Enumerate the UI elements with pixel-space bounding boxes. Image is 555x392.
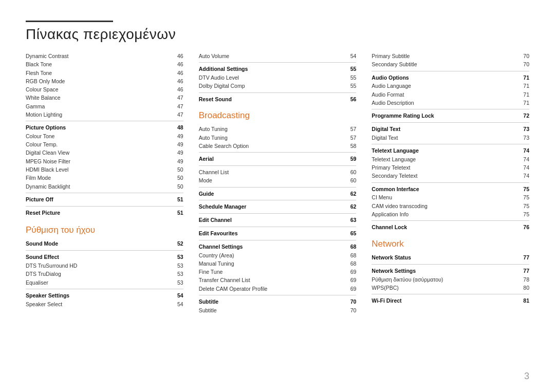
toc-label: Manual Tuning (199, 259, 344, 268)
toc-label: Audio Language (372, 82, 517, 90)
toc-entry: Motion Lighting47 (26, 110, 183, 119)
toc-divider (372, 264, 529, 265)
toc-label: Channel Lock (372, 223, 407, 232)
toc-entry: CI Menu75 (372, 193, 529, 201)
toc-label: Edit Channel (199, 216, 232, 225)
toc-page-num: 70 (344, 306, 356, 314)
toc-divider (372, 109, 529, 109)
toc-divider (372, 71, 529, 71)
page-number: 3 (524, 371, 529, 382)
toc-entry: HDMI Black Level50 (26, 165, 183, 174)
toc-label: Speaker Settings (26, 291, 69, 300)
toc-entry: Gamma47 (26, 102, 183, 110)
col2-entries: Auto Tuning57Auto Tuning57Cable Search O… (199, 125, 357, 314)
toc-entry: Equaliser53 (26, 278, 183, 287)
toc-entry: MPEG Noise Filter49 (26, 157, 183, 165)
toc-label: Network Status (372, 253, 411, 262)
toc-group-heading: Edit Channel63 (199, 216, 357, 225)
toc-label: Additional Settings (199, 65, 248, 73)
col1-section2-entries: Sound Mode52Sound Effect53DTS TruSurroun… (26, 239, 183, 308)
toc-entry: Film Mode50 (26, 174, 183, 182)
toc-label: Aerial (199, 155, 214, 163)
toc-page-num: 53 (171, 270, 183, 278)
toc-divider (372, 182, 529, 183)
toc-group-heading: Speaker Settings54 (26, 291, 183, 300)
toc-page-num: 53 (171, 253, 183, 262)
toc-entry: Channel List60 (199, 168, 357, 176)
toc-page-num: 57 (344, 134, 356, 142)
toc-group-heading: Common Interface75 (372, 185, 529, 194)
toc-label: Gamma (26, 102, 171, 110)
toc-page-num: 81 (517, 296, 529, 305)
toc-page-num: 47 (171, 102, 183, 110)
toc-entry: Black Tone46 (26, 60, 183, 68)
toc-page-num: 51 (171, 195, 183, 204)
toc-label: Delete CAM Operator Profile (199, 285, 344, 293)
toc-label: Digital Clean View (26, 148, 171, 157)
toc-page-num: 70 (517, 52, 529, 60)
toc-page-num: 75 (517, 210, 529, 218)
toc-page-num: 49 (171, 140, 183, 148)
title-block: Πίνακας περιεχομένων (26, 21, 529, 43)
toc-entry: Transfer Channel List69 (199, 276, 357, 284)
toc-label: Channel List (199, 168, 344, 176)
toc-group-heading: Channel Settings68 (199, 242, 357, 251)
toc-entry: DTV Audio Level55 (199, 73, 357, 82)
toc-divider (199, 240, 357, 240)
toc-page-num: 78 (517, 275, 529, 284)
toc-entry: Mode60 (199, 176, 357, 184)
toc-page-num: 53 (171, 262, 183, 270)
toc-divider (26, 193, 183, 193)
toc-page-num: 62 (344, 190, 356, 198)
toc-group-heading: Sound Mode52 (26, 239, 183, 248)
toc-page-num: 55 (344, 82, 356, 90)
toc-entry: Ρύθμιση δικτύου (ασύρματου)78 (372, 275, 529, 284)
toc-entry: Teletext Language74 (372, 155, 529, 163)
toc-page-num: 50 (171, 165, 183, 174)
toc-entry: Digital Clean View49 (26, 148, 183, 157)
section-heading-network: Network (372, 239, 529, 249)
toc-entry: Dynamic Contrast46 (26, 52, 183, 60)
toc-page-num: 54 (344, 52, 356, 60)
toc-entry: WPS(PBC)80 (372, 284, 529, 292)
toc-page-num: 69 (344, 268, 356, 276)
toc-label: Guide (199, 190, 214, 198)
toc-divider (372, 122, 529, 123)
toc-entry: Flesh Tone46 (26, 69, 183, 77)
toc-entry: Fine Tune69 (199, 268, 357, 276)
toc-label: Speaker Select (26, 300, 171, 308)
toc-page-num: 74 (517, 155, 529, 163)
toc-label: Wi-Fi Direct (372, 296, 401, 305)
toc-label: Primary Subtitle (372, 52, 517, 60)
toc-label: Flesh Tone (26, 69, 171, 77)
toc-label: Colour Tone (26, 132, 171, 140)
toc-label: Mode (199, 176, 344, 184)
toc-page-num: 54 (171, 300, 183, 308)
toc-page-num: 68 (344, 242, 356, 251)
toc-label: Common Interface (372, 185, 419, 194)
column-2: Auto Volume54Additional Settings55DTV Au… (199, 52, 372, 367)
toc-page-num: 47 (171, 94, 183, 102)
toc-page-num: 51 (171, 209, 183, 217)
toc-label: HDMI Black Level (26, 165, 171, 174)
toc-divider (199, 187, 357, 188)
toc-page-num: 58 (344, 142, 356, 150)
toc-divider (199, 62, 357, 63)
toc-group-heading: Reset Picture51 (26, 209, 183, 217)
column-1: Dynamic Contrast46Black Tone46Flesh Tone… (26, 52, 199, 367)
toc-page-num: 54 (171, 291, 183, 300)
toc-label: Reset Picture (26, 209, 60, 217)
toc-divider (26, 289, 183, 289)
toc-page-num: 74 (517, 172, 529, 180)
toc-divider (199, 295, 357, 295)
toc-group-heading: Additional Settings55 (199, 65, 357, 73)
toc-page-num: 56 (344, 95, 356, 104)
col1-entries: Dynamic Contrast46Black Tone46Flesh Tone… (26, 52, 183, 217)
toc-divider (26, 121, 183, 121)
column-3: Primary Subtitle70Secondary Subtitle70Au… (372, 52, 529, 367)
toc-group-heading: Digital Text73 (372, 125, 529, 134)
toc-page-num: 77 (517, 253, 529, 262)
toc-entry: CAM video transcoding75 (372, 202, 529, 210)
toc-label: Country (Area) (199, 251, 344, 259)
toc-label: Edit Favourites (199, 229, 238, 238)
